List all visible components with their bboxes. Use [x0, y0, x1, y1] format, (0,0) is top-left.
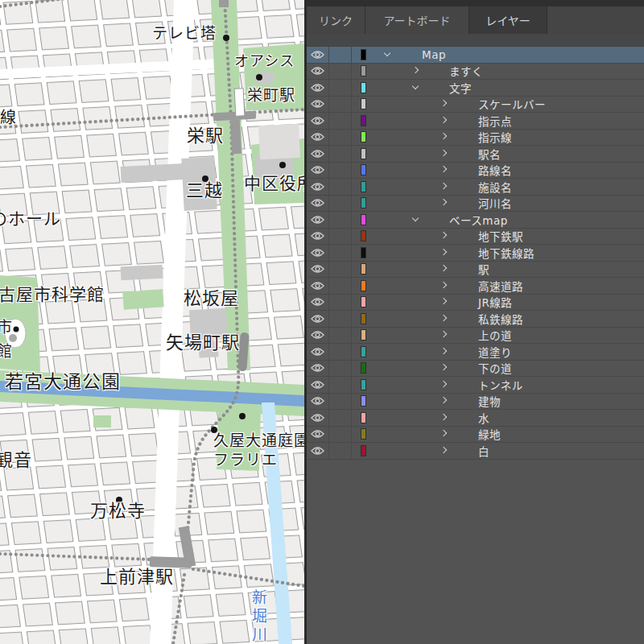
layer-name[interactable]: 高速道路 [478, 278, 523, 294]
visibility-toggle[interactable] [307, 377, 329, 393]
visibility-toggle[interactable] [307, 229, 329, 245]
layer-row[interactable]: ますく [307, 64, 644, 80]
layer-row[interactable]: 白 [307, 443, 644, 460]
chevron-right-icon[interactable] [438, 278, 449, 294]
chevron-right-icon[interactable] [438, 328, 449, 344]
layer-row[interactable]: 下の道 [307, 361, 644, 378]
lock-cell[interactable] [328, 130, 352, 146]
chevron-right-icon[interactable] [438, 377, 449, 393]
visibility-toggle[interactable] [307, 311, 329, 327]
layer-row[interactable]: 上の道 [307, 328, 644, 345]
lock-cell[interactable] [328, 328, 352, 344]
layer-name[interactable]: トンネル [478, 377, 523, 393]
lock-cell[interactable] [328, 311, 352, 327]
layer-row[interactable]: 路線名 [307, 163, 644, 180]
layer-name[interactable]: Map [422, 47, 446, 63]
visibility-toggle[interactable] [307, 64, 329, 80]
lock-cell[interactable] [328, 97, 352, 113]
chevron-right-icon[interactable] [438, 196, 449, 212]
layer-row[interactable]: 高速道路 [307, 278, 644, 295]
layer-name[interactable]: 水 [478, 410, 489, 426]
layer-name[interactable]: スケールバー [478, 97, 546, 113]
lock-cell[interactable] [328, 179, 352, 195]
chevron-right-icon[interactable] [438, 163, 449, 179]
layer-name[interactable]: 文字 [449, 80, 472, 96]
visibility-toggle[interactable] [307, 130, 329, 146]
lock-cell[interactable] [328, 443, 352, 459]
layer-row[interactable]: 道塗り [307, 344, 644, 361]
layer-name[interactable]: ますく [449, 64, 483, 80]
layer-row[interactable]: 河川名 [307, 196, 644, 213]
layer-row[interactable]: 地下鉄線路 [307, 245, 644, 262]
layer-name[interactable]: 下の道 [478, 361, 512, 377]
layer-row[interactable]: 駅 [307, 262, 644, 279]
lock-cell[interactable] [328, 212, 352, 228]
layer-row[interactable]: 私鉄線路 [307, 311, 644, 328]
visibility-toggle[interactable] [307, 394, 329, 410]
layer-row[interactable]: 建物 [307, 394, 644, 411]
map-canvas[interactable]: 線テレビ塔オアシス栄町駅栄駅三越中区役所のホール古屋市科学館市館松坂屋矢場町駅若… [0, 0, 304, 644]
layer-name[interactable]: 駅 [478, 262, 489, 278]
layer-name[interactable]: 私鉄線路 [478, 311, 523, 327]
lock-cell[interactable] [328, 394, 352, 410]
layer-row[interactable]: 施設名 [307, 179, 644, 196]
layer-name[interactable]: 駅名 [478, 146, 501, 162]
chevron-right-icon[interactable] [438, 97, 449, 113]
chevron-down-icon[interactable] [410, 80, 421, 96]
layer-name[interactable]: 上の道 [478, 328, 512, 344]
layer-row[interactable]: 地下鉄駅 [307, 229, 644, 246]
layer-row[interactable]: JR線路 [307, 295, 644, 312]
layer-name[interactable]: 施設名 [478, 179, 512, 195]
layer-row[interactable]: 緑地 [307, 427, 644, 444]
visibility-toggle[interactable] [307, 47, 329, 63]
layer-name[interactable]: ベースmap [449, 212, 508, 228]
lock-cell[interactable] [328, 427, 352, 443]
lock-cell[interactable] [328, 377, 352, 393]
layer-name[interactable]: JR線路 [478, 295, 512, 311]
lock-cell[interactable] [328, 64, 352, 80]
visibility-toggle[interactable] [307, 212, 329, 228]
lock-cell[interactable] [328, 361, 352, 377]
visibility-toggle[interactable] [307, 427, 329, 443]
chevron-right-icon[interactable] [438, 229, 449, 245]
lock-cell[interactable] [328, 47, 352, 63]
visibility-toggle[interactable] [307, 410, 329, 426]
chevron-down-icon[interactable] [382, 47, 393, 63]
chevron-right-icon[interactable] [438, 245, 449, 261]
chevron-right-icon[interactable] [438, 179, 449, 195]
layer-row[interactable]: 水 [307, 410, 644, 427]
layer-row[interactable]: ベースmap [307, 212, 644, 229]
visibility-toggle[interactable] [307, 163, 329, 179]
lock-cell[interactable] [328, 278, 352, 294]
visibility-toggle[interactable] [307, 146, 329, 162]
lock-cell[interactable] [328, 229, 352, 245]
layer-name[interactable]: 河川名 [478, 196, 512, 212]
chevron-right-icon[interactable] [438, 361, 449, 377]
lock-cell[interactable] [328, 146, 352, 162]
visibility-toggle[interactable] [307, 344, 329, 360]
visibility-toggle[interactable] [307, 262, 329, 278]
chevron-right-icon[interactable] [438, 262, 449, 278]
chevron-right-icon[interactable] [438, 344, 449, 360]
layer-name[interactable]: 白 [478, 443, 489, 459]
visibility-toggle[interactable] [307, 179, 329, 195]
visibility-toggle[interactable] [307, 443, 329, 459]
visibility-toggle[interactable] [307, 295, 329, 311]
chevron-right-icon[interactable] [438, 113, 449, 129]
chevron-down-icon[interactable] [410, 212, 421, 228]
layer-name[interactable]: 緑地 [478, 427, 501, 443]
chevron-right-icon[interactable] [438, 410, 449, 426]
layer-name[interactable]: 地下鉄線路 [478, 245, 535, 261]
chevron-right-icon[interactable] [438, 146, 449, 162]
tab-artboards[interactable]: アートボード [365, 6, 469, 34]
chevron-right-icon[interactable] [438, 443, 449, 459]
layer-name[interactable]: 指示点 [478, 113, 512, 129]
chevron-right-icon[interactable] [438, 130, 449, 146]
lock-cell[interactable] [328, 410, 352, 426]
layer-name[interactable]: 地下鉄駅 [478, 229, 523, 245]
layer-name[interactable]: 路線名 [478, 163, 512, 179]
tab-links[interactable]: リンク [307, 6, 365, 34]
lock-cell[interactable] [328, 163, 352, 179]
visibility-toggle[interactable] [307, 328, 329, 344]
layer-row[interactable]: 駅名 [307, 146, 644, 163]
